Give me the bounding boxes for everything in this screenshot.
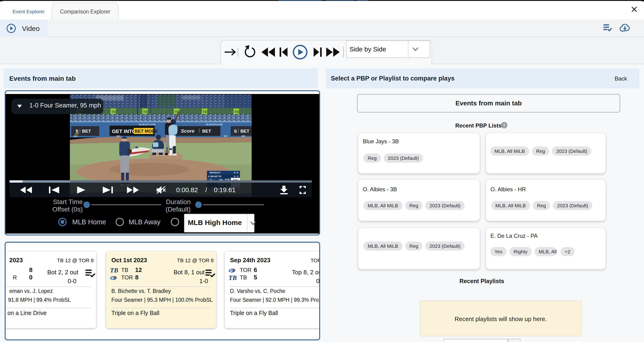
svg-text:TD: TD: [143, 110, 148, 114]
svg-text:anc: anc: [74, 135, 78, 137]
svg-text:anc: anc: [116, 135, 121, 137]
svg-text:S: S: [234, 129, 237, 134]
svg-text:BET: BET: [202, 129, 211, 134]
svg-text:anc: anc: [224, 135, 228, 137]
svg-text:/: /: [205, 186, 207, 193]
svg-text:TB: TB: [110, 267, 118, 274]
svg-text:S: S: [76, 129, 78, 134]
svg-text:BET: BET: [82, 129, 91, 134]
svg-text:TD: TD: [234, 110, 239, 114]
svg-text:BLUEJAYS.COM: BLUEJAYS.COM: [139, 123, 156, 126]
svg-text:0 - 3: 0 - 3: [234, 175, 238, 177]
svg-text:GET INTO: GET INTO: [112, 128, 136, 134]
svg-text:TD: TD: [111, 110, 116, 114]
svg-text:3. BICHETTE: 3. BICHETTE: [208, 175, 222, 177]
svg-text:0:00.82: 0:00.82: [176, 186, 198, 193]
svg-text:TB: TB: [228, 274, 236, 281]
svg-text:Score: Score: [181, 128, 194, 134]
svg-text:P: 5: P: 5: [234, 171, 238, 174]
svg-text:BLUEJAYS.COM: BLUEJAYS.COM: [206, 123, 222, 126]
svg-text:BRADLEY: BRADLEY: [210, 171, 221, 174]
svg-text:BET MODE: BET MODE: [135, 129, 158, 134]
svg-text:anc: anc: [242, 135, 246, 137]
svg-text:0:19.61: 0:19.61: [214, 186, 236, 193]
svg-text:TD: TD: [203, 110, 207, 114]
svg-text:BET: BET: [240, 129, 249, 134]
